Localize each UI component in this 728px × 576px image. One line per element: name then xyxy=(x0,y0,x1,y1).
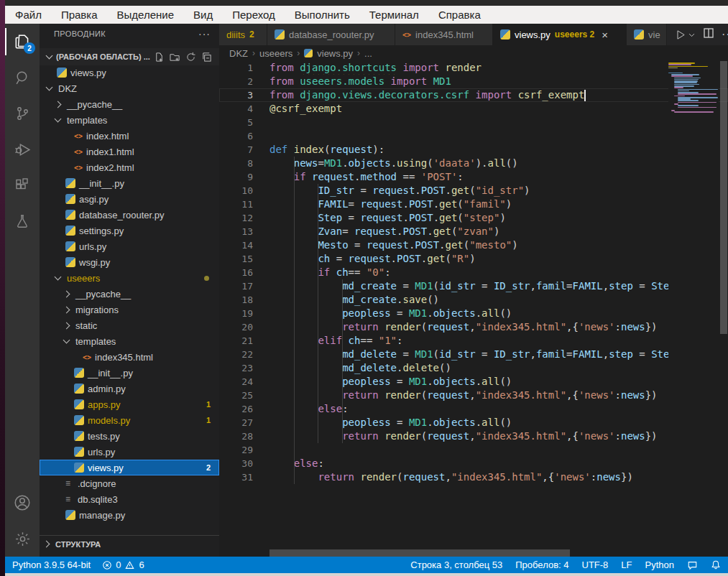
notifications-bell-icon[interactable] xyxy=(711,559,721,570)
tab-diiits[interactable]: diiits2 xyxy=(219,24,267,45)
code-line-29[interactable]: 29 xyxy=(219,443,728,457)
code-line-25[interactable]: 25 return render(request,"index345.html"… xyxy=(219,389,728,402)
search-icon[interactable] xyxy=(5,60,40,96)
new-folder-icon[interactable] xyxy=(167,50,182,63)
code-line-4[interactable]: 4@csrf_exempt xyxy=(219,102,728,116)
feedback-icon[interactable] xyxy=(687,560,698,570)
tab-database_roouter.py[interactable]: database_roouter.py xyxy=(267,24,395,45)
file-tree-item-db.sqlite3[interactable]: ≡db.sqlite3 xyxy=(40,491,219,507)
file-tree-item-.dcignore[interactable]: ≡.dcignore xyxy=(40,475,219,491)
code-line-2[interactable]: 2from useeers.models import MD1 xyxy=(219,75,728,88)
file-tree-item-manage.py[interactable]: manage.py xyxy=(40,507,219,523)
file-tree-item-__pycache__[interactable]: __pycache__ xyxy=(40,286,219,302)
code-line-23[interactable]: 23 md_delete.delete() xyxy=(219,361,728,375)
problems-status[interactable]: 0 6 xyxy=(102,559,144,570)
file-tree-item-asgi.py[interactable]: asgi.py xyxy=(40,191,219,207)
menu-item-Правка[interactable]: Правка xyxy=(61,9,98,21)
file-tree-item-templates[interactable]: templates xyxy=(40,333,219,349)
file-tree-item-__pycache__[interactable]: __pycache__ xyxy=(40,96,219,112)
settings-gear-icon[interactable] xyxy=(5,521,40,557)
menu-item-Выделение[interactable]: Выделение xyxy=(117,9,174,21)
breadcrumb-item-...[interactable]: ... xyxy=(364,48,372,59)
line-number[interactable]: 2 xyxy=(219,76,269,87)
code-line-3[interactable]: 3from django.views.decorators.csrf impor… xyxy=(219,88,728,102)
code-line-10[interactable]: 10 ID_str = request.POST.get("id_str") xyxy=(219,184,728,198)
cursor-position-status[interactable]: Строка 3, столбец 53 xyxy=(410,559,502,570)
line-number[interactable]: 18 xyxy=(219,294,269,305)
line-number[interactable]: 30 xyxy=(219,458,269,469)
run-button[interactable] xyxy=(674,29,696,41)
menu-item-Переход[interactable]: Переход xyxy=(232,9,275,21)
code-line-21[interactable]: 21 elif ch== "1": xyxy=(219,334,728,348)
outline-section-header[interactable]: СТРУКТУРА xyxy=(40,535,219,552)
minimap[interactable] xyxy=(668,61,719,506)
explorer-more-actions-icon[interactable]: ··· xyxy=(198,28,211,40)
file-tree-item-index345.html[interactable]: <>index345.html xyxy=(40,349,219,365)
code-line-11[interactable]: 11 FAMIL= request.POST.get("famil") xyxy=(219,198,728,211)
refresh-icon[interactable] xyxy=(183,50,198,63)
line-number[interactable]: 29 xyxy=(219,445,269,455)
code-line-6[interactable]: 6 xyxy=(219,129,728,143)
file-tree-item-__init__.py[interactable]: __init__.py xyxy=(40,175,219,191)
workspace-section-header[interactable]: (РАБОЧАЯ ОБЛАСТЬ) ... xyxy=(40,48,219,65)
code-line-9[interactable]: 9 if request.method == 'POST': xyxy=(219,170,728,184)
line-number[interactable]: 1 xyxy=(219,62,269,73)
line-number[interactable]: 24 xyxy=(219,376,269,387)
line-number[interactable]: 12 xyxy=(219,213,269,223)
code-line-18[interactable]: 18 md_create.save() xyxy=(219,293,728,307)
line-number[interactable]: 4 xyxy=(219,103,269,114)
breadcrumb-item-useeers[interactable]: useeers xyxy=(259,48,292,59)
menu-item-Выполнить[interactable]: Выполнить xyxy=(295,9,350,21)
line-number[interactable]: 6 xyxy=(219,131,269,141)
file-tree-item-database_roouter.py[interactable]: database_roouter.py xyxy=(40,207,219,223)
code-line-31[interactable]: 31 return render(request,"index345.html"… xyxy=(219,470,728,484)
extensions-icon[interactable] xyxy=(5,167,40,203)
file-tree-item-useeers[interactable]: useeers xyxy=(40,270,219,286)
line-number[interactable]: 14 xyxy=(219,240,269,251)
file-tree-item-__init__.py[interactable]: __init__.py xyxy=(40,365,219,381)
code-line-24[interactable]: 24 peopless = MD1.objects.all() xyxy=(219,375,728,389)
breadcrumb-item-views.py[interactable]: views.py xyxy=(317,48,353,59)
line-number[interactable]: 16 xyxy=(219,267,269,278)
code-line-7[interactable]: 7def index(request): xyxy=(219,143,728,157)
file-tree-item-views.py[interactable]: views.py2 xyxy=(40,460,219,475)
file-tree-item-index.html[interactable]: <>index.html xyxy=(40,128,219,144)
code-line-8[interactable]: 8 news=MD1.objects.using('daata').all() xyxy=(219,157,728,170)
line-number[interactable]: 20 xyxy=(219,322,269,333)
line-number[interactable]: 22 xyxy=(219,349,269,360)
tab-index345.html[interactable]: <>index345.html xyxy=(395,24,493,45)
file-tree-item-index2.html[interactable]: <>index2.html xyxy=(40,159,219,175)
file-tree-item-urls.py[interactable]: urls.py xyxy=(40,444,219,460)
code-line-22[interactable]: 22 md_delete = MD1(id_str = ID_str,famil… xyxy=(219,348,728,361)
line-number[interactable]: 15 xyxy=(219,254,269,264)
file-tree-item-templates[interactable]: templates xyxy=(40,112,219,128)
file-tree-item-views.py[interactable]: views.py xyxy=(40,65,219,80)
code-line-19[interactable]: 19 peopless = MD1.objects.all() xyxy=(219,307,728,320)
explorer-icon[interactable]: 2 xyxy=(5,24,40,60)
code-line-5[interactable]: 5 xyxy=(219,116,728,129)
tab-vie[interactable]: vie xyxy=(627,24,667,45)
code-line-20[interactable]: 20 return render(request,"index345.html"… xyxy=(219,320,728,334)
breadcrumb-item-DKZ[interactable]: DKZ xyxy=(229,48,248,59)
file-tree-item-admin.py[interactable]: admin.py xyxy=(40,381,219,396)
file-tree-item-urls.py[interactable]: urls.py xyxy=(40,238,219,254)
split-editor-icon[interactable] xyxy=(703,27,714,42)
horizontal-scrollbar[interactable] xyxy=(269,549,570,557)
file-tree-item-index1.html[interactable]: <>index1.html xyxy=(40,144,219,159)
menu-item-Справка[interactable]: Справка xyxy=(438,9,481,21)
line-number[interactable]: 8 xyxy=(219,158,269,169)
language-mode-status[interactable]: Python xyxy=(645,559,674,570)
code-line-13[interactable]: 13 Zvan= request.POST.get("zvan") xyxy=(219,225,728,238)
collapse-all-icon[interactable] xyxy=(199,50,213,63)
tab-views.py[interactable]: views.pyuseeers 2× xyxy=(493,24,627,45)
line-number[interactable]: 11 xyxy=(219,199,269,210)
line-number[interactable]: 26 xyxy=(219,404,269,414)
code-line-14[interactable]: 14 Mesto = request.POST.get("mesto") xyxy=(219,238,728,252)
source-control-icon[interactable] xyxy=(5,96,40,131)
encoding-status[interactable]: UTF-8 xyxy=(582,559,609,570)
code-editor[interactable]: 1from django.shortcuts import render2fro… xyxy=(219,61,728,557)
close-icon[interactable]: × xyxy=(602,29,608,41)
line-number[interactable]: 5 xyxy=(219,117,269,128)
line-number[interactable]: 25 xyxy=(219,390,269,401)
code-line-15[interactable]: 15 ch = request.POST.get("R") xyxy=(219,252,728,266)
